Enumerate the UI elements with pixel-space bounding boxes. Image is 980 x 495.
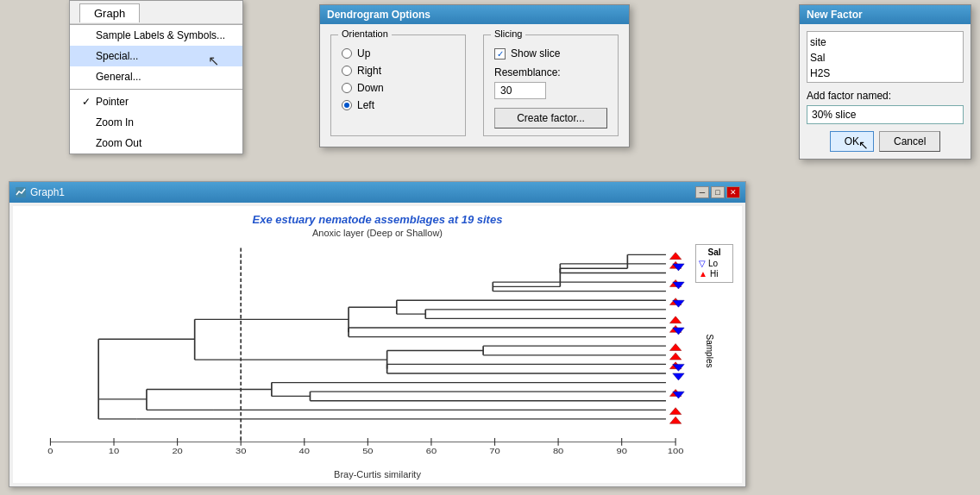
show-slice-box[interactable]: ✓ [494,48,506,60]
factor-list-item-h2s[interactable]: H2S [810,66,960,81]
radio-right-circle[interactable] [342,66,352,76]
svg-text:30: 30 [236,447,247,455]
radio-up[interactable]: Up [342,47,455,60]
legend-item-lo: ▽ Lo [699,259,730,268]
x-axis-label: Bray-Curtis similarity [334,469,421,479]
radio-right-label: Right [357,65,381,77]
svg-marker-84 [669,353,681,360]
menu-item-special[interactable]: Special... [70,46,242,66]
orientation-group-title: Orientation [338,28,392,39]
legend-title: Sal [699,248,730,257]
dendrogram-area: 0 10 20 30 40 50 60 70 80 90 1 [22,244,733,457]
newfactor-titlebar: New Factor [800,5,971,24]
samples-axis-label: Samples [705,334,714,367]
svg-text:80: 80 [553,447,564,455]
menu-item-pointer[interactable]: Pointer [70,91,242,112]
close-button[interactable]: ✕ [726,186,740,198]
svg-text:40: 40 [299,447,311,455]
menu-item-general[interactable]: General... [70,66,242,87]
graph-content-area: Exe estuary nematode assemblages at 19 s… [13,206,742,483]
orientation-group: Orientation Up Right Down Left [330,34,466,136]
dendrogram-options-dialog: Dendrogram Options Orientation Up Right … [319,4,630,147]
radio-down-circle[interactable] [342,83,352,93]
svg-marker-91 [669,417,681,423]
graph-main-title: Exe estuary nematode assemblages at 19 s… [13,213,742,226]
graph-menu-tab[interactable]: Graph [79,3,140,22]
radio-up-label: Up [357,47,370,60]
radio-down-label: Down [357,82,384,94]
newfactor-title: New Factor [807,9,863,21]
svg-text:50: 50 [362,447,374,455]
svg-text:90: 90 [616,447,627,455]
newfactor-body: site Sal H2S Add factor named: OK Cancel… [800,24,971,159]
new-factor-dialog: New Factor site Sal H2S Add factor named… [799,4,971,160]
slicing-group-title: Slicing [491,28,525,39]
legend-box: Sal ▽ Lo ▲ Hi [695,244,733,283]
svg-marker-90 [669,408,681,415]
minimize-button[interactable]: ─ [695,186,709,198]
menu-item-sample-labels[interactable]: Sample Labels & Symbols... [70,25,242,46]
create-factor-button[interactable]: Create factor... [494,108,607,128]
svg-text:20: 20 [172,447,183,455]
cancel-button[interactable]: Cancel [879,131,940,152]
radio-right[interactable]: Right [342,65,455,77]
resemblance-value[interactable]: 30 [494,82,546,99]
ok-button[interactable]: OK [830,131,874,152]
show-slice-checkbox[interactable]: ✓ Show slice [494,47,607,60]
factor-name-input[interactable] [807,105,964,124]
radio-down[interactable]: Down [342,82,455,94]
menu-divider-1 [70,89,242,90]
graph1-controls[interactable]: ─ □ ✕ [695,186,740,198]
legend-hi-symbol: ▲ [699,269,707,279]
graph-window-icon [15,186,27,198]
svg-text:0: 0 [47,447,53,455]
menu-item-zoom-out[interactable]: Zoom Out [70,133,242,154]
legend-hi-label: Hi [710,269,718,279]
factor-list-item-site[interactable]: site [810,34,960,50]
radio-left[interactable]: Left [342,99,455,111]
svg-text:10: 10 [109,447,120,455]
svg-marker-83 [669,344,681,351]
slicing-group: Slicing ✓ Show slice Resemblance: 30 Cre… [483,34,619,136]
svg-text:60: 60 [426,447,437,455]
menu-items-list: Sample Labels & Symbols... Special... Ge… [70,24,242,154]
svg-marker-73 [669,253,681,260]
legend-item-hi: ▲ Hi [699,269,730,279]
svg-marker-87 [673,373,684,380]
dendro-dialog-body: Orientation Up Right Down Left Slicing ✓ [320,24,629,147]
dendro-dialog-titlebar: Dendrogram Options [320,5,629,24]
graph-dropdown-menu: Graph Sample Labels & Symbols... Special… [69,0,243,154]
graph1-title: Graph1 [30,186,65,198]
factor-listbox[interactable]: site Sal H2S [807,31,964,83]
menu-item-zoom-in[interactable]: Zoom In [70,112,242,133]
factor-list-item-sal[interactable]: Sal [810,50,960,66]
graph1-titlebar: Graph1 ─ □ ✕ [9,182,745,203]
resemblance-label: Resemblance: [494,66,607,78]
svg-marker-80 [669,316,681,323]
svg-text:100: 100 [668,447,684,455]
graph-subtitle: Anoxic layer (Deep or Shallow) [13,228,742,238]
svg-text:70: 70 [489,447,500,455]
radio-left-circle[interactable] [342,100,352,110]
add-factor-label: Add factor named: [807,90,964,102]
legend-lo-label: Lo [708,259,718,268]
restore-button[interactable]: □ [711,186,725,198]
radio-up-circle[interactable] [342,48,352,59]
dendro-dialog-title: Dendrogram Options [327,9,430,21]
dialog-buttons: OK Cancel [807,131,964,152]
legend-lo-symbol: ▽ [699,259,706,268]
graph1-window[interactable]: Graph1 ─ □ ✕ Exe estuary nematode assemb… [9,181,746,487]
show-slice-label: Show slice [511,47,560,60]
radio-left-label: Left [357,99,374,111]
